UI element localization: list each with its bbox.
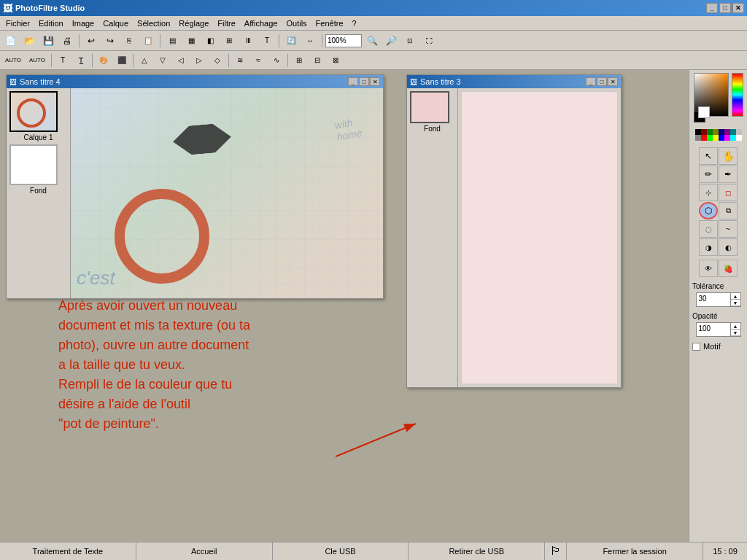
tolerance-spinner[interactable]: ▲ ▼ — [730, 293, 740, 306]
save-button[interactable]: 💾 — [39, 33, 57, 49]
menu-help[interactable]: ? — [348, 18, 361, 29]
color-magenta[interactable] — [724, 135, 730, 141]
color-teal[interactable] — [730, 129, 736, 135]
tb2-shape4[interactable]: ▷ — [190, 52, 208, 69]
color-red[interactable] — [701, 135, 707, 141]
redo-button[interactable]: ↪ — [101, 33, 119, 49]
smudge-tool[interactable]: ~ — [719, 220, 738, 238]
pencil-tool[interactable]: ✒ — [719, 166, 738, 183]
tb-tool7[interactable]: 🔄 — [282, 33, 300, 49]
tb2-color2[interactable]: ⬛ — [113, 52, 131, 69]
fill-tool[interactable]: ⬡ — [699, 202, 718, 219]
status-accueil[interactable]: Accueil — [136, 542, 273, 560]
menu-fenetre[interactable]: Fenêtre — [311, 18, 348, 29]
burn-tool[interactable]: ◑ — [699, 238, 718, 256]
zoom-in-button[interactable]: 🔍 — [363, 33, 381, 49]
print-button[interactable]: 🖨 — [58, 33, 76, 49]
layer-calque1[interactable]: Calque 1 — [9, 91, 67, 141]
menu-calque[interactable]: Calque — [98, 18, 133, 29]
opacity-spinner[interactable]: ▲ ▼ — [730, 323, 740, 336]
fullscreen-button[interactable]: ⛶ — [420, 33, 438, 49]
color-spectrum[interactable] — [732, 73, 743, 117]
tb2-fx3[interactable]: ∿ — [268, 52, 285, 69]
tb2-auto2[interactable]: AUTO — [26, 52, 49, 69]
doc3-minimize[interactable]: _ — [586, 77, 596, 86]
extra-btn2[interactable]: 🍓 — [719, 260, 738, 277]
doc4-titlebar[interactable]: 🖼 Sans titre 4 _ □ ✕ — [7, 75, 383, 88]
open-button[interactable]: 📂 — [20, 33, 38, 49]
color-darkgreen[interactable] — [707, 129, 713, 135]
doc4-controls[interactable]: _ □ ✕ — [348, 77, 380, 86]
menu-reglage[interactable]: Réglage — [174, 18, 213, 29]
new-button[interactable]: 📄 — [1, 33, 19, 49]
opacity-up[interactable]: ▲ — [731, 323, 740, 330]
tb2-fx2[interactable]: ≈ — [249, 52, 267, 69]
magic-wand-tool[interactable]: ⊹ — [699, 184, 718, 201]
zoom-out-button[interactable]: 🔎 — [382, 33, 400, 49]
status-retirer-cle[interactable]: Retirer cle USB — [409, 542, 545, 560]
tb2-color1[interactable]: 🎨 — [95, 52, 112, 69]
clone-tool[interactable]: ⧉ — [719, 202, 738, 219]
select-tool[interactable]: ↖ — [699, 147, 718, 165]
doc3-close[interactable]: ✕ — [608, 77, 618, 86]
status-traitement[interactable]: Traitement de Texte — [0, 542, 136, 560]
layer-fond[interactable]: Fond — [9, 144, 67, 195]
color-olive[interactable] — [713, 129, 719, 135]
menu-affichage[interactable]: Affichage — [240, 18, 282, 29]
tb-tool4[interactable]: ⊞ — [220, 33, 238, 49]
move-tool[interactable]: ✋ — [719, 147, 738, 165]
tb2-grid2[interactable]: ⊟ — [309, 52, 326, 69]
tolerance-down[interactable]: ▼ — [731, 300, 740, 306]
color-navy[interactable] — [719, 129, 724, 135]
tb2-grid1[interactable]: ⊞ — [290, 52, 308, 69]
maximize-button[interactable]: □ — [719, 3, 731, 13]
minimize-button[interactable]: _ — [706, 3, 718, 13]
color-gray[interactable] — [695, 135, 701, 141]
tb-tool8[interactable]: ↔ — [301, 33, 319, 49]
color-lime[interactable] — [707, 135, 713, 141]
menu-filtre[interactable]: Filtre — [213, 18, 239, 29]
tb2-shape3[interactable]: ◁ — [172, 52, 190, 69]
tb-tool6[interactable]: T — [258, 33, 276, 49]
undo-button[interactable]: ↩ — [82, 33, 100, 49]
color-blue[interactable] — [719, 135, 724, 141]
tb-tool3[interactable]: ◧ — [201, 33, 219, 49]
extra-btn1[interactable]: 👁 — [699, 260, 718, 277]
menu-fichier[interactable]: Fichier — [1, 18, 34, 29]
copy-button[interactable]: ⎘ — [120, 33, 138, 49]
tb2-t1[interactable]: T — [54, 52, 71, 69]
tb2-t2[interactable]: T̲ — [72, 52, 90, 69]
color-cyan[interactable] — [730, 135, 736, 141]
color-darkred[interactable] — [701, 129, 707, 135]
color-black[interactable] — [695, 129, 701, 135]
opacity-down[interactable]: ▼ — [731, 330, 740, 336]
menu-image[interactable]: Image — [68, 18, 99, 29]
color-purple[interactable] — [724, 129, 730, 135]
tb2-shape1[interactable]: △ — [136, 52, 153, 69]
color-white[interactable] — [736, 135, 742, 141]
dodge-tool[interactable]: ◐ — [719, 238, 738, 256]
doc4-canvas[interactable]: c'est withhome — [71, 88, 383, 298]
fit-button[interactable]: ⊡ — [401, 33, 419, 49]
tb2-shape2[interactable]: ▽ — [154, 52, 171, 69]
doc3-canvas[interactable] — [461, 91, 618, 384]
color-yellow[interactable] — [713, 135, 719, 141]
eraser-tool[interactable]: ◻ — [719, 184, 738, 201]
tb-tool1[interactable]: ▤ — [163, 33, 181, 49]
brush-tool[interactable]: ✏ — [699, 166, 718, 183]
doc3-maximize[interactable]: □ — [597, 77, 607, 86]
status-fermer[interactable]: Fermer la session — [567, 542, 703, 560]
zoom-input[interactable] — [325, 34, 362, 47]
paste-button[interactable]: 📋 — [139, 33, 157, 49]
tb2-fx1[interactable]: ≋ — [231, 52, 249, 69]
motif-checkbox[interactable] — [692, 343, 700, 351]
blur-tool[interactable]: ◌ — [699, 220, 718, 238]
tolerance-up[interactable]: ▲ — [731, 293, 740, 300]
status-cle-usb[interactable]: Cle USB — [273, 542, 409, 560]
tb-tool2[interactable]: ▦ — [182, 33, 200, 49]
doc4-maximize[interactable]: □ — [359, 77, 369, 86]
white-swatch[interactable] — [698, 106, 710, 118]
doc4-close[interactable]: ✕ — [370, 77, 380, 86]
tb2-grid3[interactable]: ⊠ — [327, 52, 344, 69]
doc3-controls[interactable]: _ □ ✕ — [586, 77, 618, 86]
